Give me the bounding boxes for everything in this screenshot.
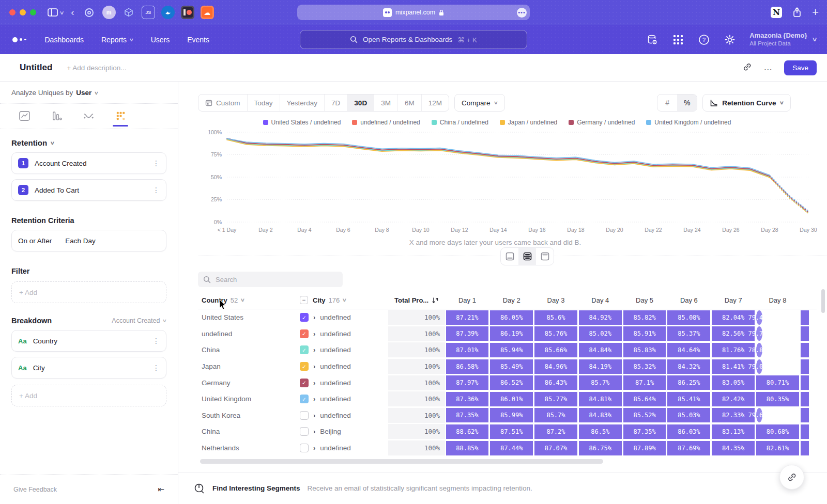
breakdown-card-city[interactable]: Aa City ⋮ bbox=[11, 357, 166, 379]
row-checkbox[interactable]: ✓ bbox=[300, 329, 309, 338]
retention-value-cell[interactable]: 86.43% bbox=[534, 375, 577, 390]
add-filter-button[interactable]: + Add bbox=[11, 281, 166, 303]
project-switcher[interactable]: Amazonia {Demo} All Project Data ∨ bbox=[749, 32, 817, 48]
column-header-total[interactable]: Total Pro... bbox=[388, 296, 445, 304]
nav-item-events[interactable]: Events bbox=[187, 36, 209, 44]
retention-value-cell[interactable]: 85.08% bbox=[667, 310, 710, 325]
retention-value-cell[interactable]: 80.35% bbox=[756, 392, 799, 406]
retention-value-cell[interactable]: 87.36% bbox=[446, 392, 489, 406]
retention-value-cell[interactable]: 84.35% bbox=[712, 441, 755, 455]
window-controls[interactable] bbox=[9, 9, 36, 15]
give-feedback-link[interactable]: Give Feedback bbox=[13, 486, 57, 493]
retention-value-cell[interactable]: 85.32% bbox=[623, 359, 666, 374]
retention-value-cell[interactable]: 85.64% bbox=[623, 392, 666, 406]
share-report-fab[interactable] bbox=[779, 465, 804, 490]
range-today[interactable]: Today bbox=[248, 94, 280, 111]
column-header-day[interactable]: Day 2 bbox=[489, 296, 534, 304]
retention-value-cell[interactable]: 85.94% bbox=[490, 343, 533, 357]
expand-row-icon[interactable]: › bbox=[313, 346, 315, 354]
retention-value-cell[interactable]: 84.19% bbox=[579, 359, 622, 374]
retention-value-cell[interactable]: 87.97% bbox=[446, 375, 489, 390]
row-checkbox[interactable]: ✓ bbox=[300, 313, 309, 322]
range-7d[interactable]: 7D bbox=[325, 94, 347, 111]
tab-retention[interactable] bbox=[110, 110, 131, 127]
retention-value-cell[interactable]: 79.62% bbox=[756, 408, 762, 422]
back-icon[interactable]: ‹ bbox=[71, 7, 74, 18]
expand-row-icon[interactable]: › bbox=[313, 379, 315, 387]
retention-value-cell[interactable]: 83.05% bbox=[712, 375, 755, 390]
analyze-value[interactable]: User bbox=[76, 89, 91, 97]
breakdown-scope-selector[interactable]: Account Created∨ bbox=[112, 317, 166, 324]
criteria-on-or-after[interactable]: On or After bbox=[18, 237, 52, 245]
criteria-each-day[interactable]: Each Day bbox=[65, 237, 96, 245]
breakdown-card-country[interactable]: Aa Country ⋮ bbox=[11, 330, 166, 352]
retention-value-cell[interactable]: 82.61% bbox=[756, 441, 799, 455]
row-checkbox[interactable]: ✓ bbox=[300, 379, 309, 387]
retention-value-cell[interactable]: 86.52% bbox=[490, 375, 533, 390]
mixpanel-logo[interactable] bbox=[12, 37, 26, 42]
layout-table-only-button[interactable] bbox=[536, 248, 554, 265]
kebab-menu-icon[interactable]: ⋮ bbox=[152, 186, 160, 194]
favicon-patreon-icon[interactable] bbox=[181, 6, 194, 19]
analyze-uniques-row[interactable]: Analyze Uniques by User ∨ bbox=[11, 89, 166, 97]
retention-value-cell[interactable]: 85.03% bbox=[667, 408, 710, 422]
retention-value-cell[interactable]: 86.75% bbox=[579, 441, 622, 455]
favicon-rings-icon[interactable] bbox=[83, 6, 96, 19]
retention-value-cell[interactable]: 79.05% bbox=[756, 359, 762, 374]
row-checkbox[interactable]: ✓ bbox=[300, 395, 309, 403]
retention-value-cell[interactable]: 87.69% bbox=[667, 441, 710, 455]
retention-value-cell[interactable]: 84.81% bbox=[579, 392, 622, 406]
retention-value-cell[interactable]: 85.77% bbox=[534, 392, 577, 406]
retention-value-cell[interactable]: 84.83% bbox=[579, 408, 622, 422]
retention-value-cell[interactable]: 87.51% bbox=[490, 424, 533, 439]
column-header-country[interactable]: Country52∨ bbox=[198, 296, 296, 304]
nav-item-users[interactable]: Users bbox=[151, 36, 170, 44]
close-window-button[interactable] bbox=[9, 9, 16, 15]
retention-criteria-card[interactable]: On or After Each Day bbox=[11, 230, 166, 251]
settings-gear-icon[interactable] bbox=[724, 34, 736, 46]
retention-value-cell[interactable]: 85.7% bbox=[579, 375, 622, 390]
retention-value-cell[interactable]: 79.49% bbox=[756, 310, 762, 325]
expand-row-icon[interactable]: › bbox=[313, 363, 315, 370]
retention-value-cell[interactable]: 87.1% bbox=[623, 375, 666, 390]
zoom-window-button[interactable] bbox=[30, 9, 36, 15]
column-header-day[interactable]: Day 7 bbox=[711, 296, 756, 304]
favicon-soundcloud-icon[interactable]: ☁ bbox=[201, 6, 214, 19]
retention-value-cell[interactable]: 86.19% bbox=[490, 326, 533, 341]
column-header-day[interactable]: Day 3 bbox=[534, 296, 578, 304]
retention-value-cell[interactable]: 85.91% bbox=[623, 326, 666, 341]
step-card-2[interactable]: 2 Added To Cart ⋮ bbox=[11, 179, 166, 201]
favicon-bird-icon[interactable] bbox=[161, 6, 175, 19]
legend-item[interactable]: China / undefined bbox=[432, 119, 488, 126]
row-checkbox[interactable]: ✓ bbox=[300, 345, 309, 354]
retention-value-cell[interactable]: 86.5% bbox=[579, 424, 622, 439]
retention-value-cell[interactable]: 85.52% bbox=[623, 408, 666, 422]
retention-value-cell[interactable]: 88.62% bbox=[446, 424, 489, 439]
favicon-js-icon[interactable]: JS bbox=[142, 6, 155, 19]
layout-split-button[interactable] bbox=[518, 248, 536, 265]
range-yesterday[interactable]: Yesterday bbox=[280, 94, 325, 111]
retention-value-cell[interactable]: 85.76% bbox=[534, 326, 577, 341]
retention-value-cell[interactable]: 84.64% bbox=[667, 343, 710, 357]
tab-funnels[interactable] bbox=[45, 110, 67, 127]
retention-value-cell[interactable]: 84.32% bbox=[667, 359, 710, 374]
step-event-name[interactable]: Account Created bbox=[35, 160, 87, 167]
address-bar[interactable]: mixpanel.com ••• bbox=[297, 5, 530, 20]
expand-row-icon[interactable]: › bbox=[313, 395, 315, 403]
retention-value-cell[interactable]: 87.44% bbox=[490, 441, 533, 455]
retention-value-cell[interactable]: 84.92% bbox=[579, 310, 622, 325]
retention-value-cell[interactable]: 85.83% bbox=[623, 343, 666, 357]
expand-row-icon[interactable]: › bbox=[313, 444, 315, 452]
view-type-button[interactable]: Retention Curve∨ bbox=[702, 94, 791, 112]
column-header-day[interactable]: Day 4 bbox=[578, 296, 622, 304]
retention-value-cell[interactable]: 87.35% bbox=[623, 424, 666, 439]
retention-value-cell[interactable]: 78.87% bbox=[756, 343, 762, 357]
retention-chart[interactable]: 0%25%50%75%100%< 1 DayDay 2Day 4Day 6Day… bbox=[198, 127, 821, 237]
retention-value-cell[interactable]: 86.03% bbox=[667, 424, 710, 439]
row-checkbox[interactable] bbox=[300, 427, 309, 436]
range-3m[interactable]: 3M bbox=[374, 94, 398, 111]
range-6m[interactable]: 6M bbox=[398, 94, 422, 111]
expand-row-icon[interactable]: › bbox=[313, 412, 315, 419]
legend-item[interactable]: United States / undefined bbox=[263, 119, 341, 126]
retention-value-cell[interactable]: 86.01% bbox=[490, 392, 533, 406]
